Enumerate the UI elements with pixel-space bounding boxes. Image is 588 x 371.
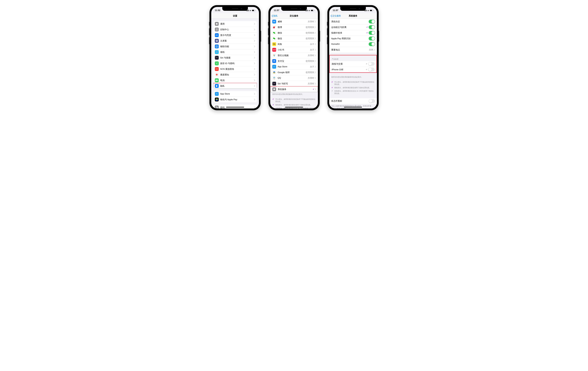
toggle-switch[interactable]	[369, 99, 375, 103]
row-label: 系统自定	[331, 20, 369, 23]
location-arrow-hollow-icon	[272, 98, 274, 100]
settings-row-siri[interactable]: Siri 与搜索	[213, 55, 257, 61]
chevron-right-icon	[315, 71, 316, 73]
legend-row: 紫色箭头，表明有项目最近使用了您的位置信息。	[331, 86, 375, 89]
home-screen-icon	[215, 39, 219, 43]
svg-point-16	[216, 46, 217, 46]
settings-row-home-screen[interactable]: 主屏幕	[213, 38, 257, 44]
svg-point-34	[217, 74, 217, 74]
svg-point-60	[274, 33, 274, 33]
app-row-googleearth[interactable]: Google 地球使用期间	[270, 70, 318, 75]
app-row-qq[interactable]: QQ共享时	[270, 75, 318, 81]
app-label: 小红书	[278, 48, 310, 51]
settings-row-battery[interactable]: 电池	[213, 77, 257, 83]
app-permission-value: 永不	[310, 48, 314, 51]
svg-point-36	[215, 74, 216, 75]
svg-point-65	[274, 38, 274, 38]
settings-row-wallet[interactable]: 钱包与 Apple Pay	[213, 97, 257, 102]
passwords-icon	[215, 106, 219, 108]
back-button[interactable]: 隐私	[272, 14, 278, 17]
sysserv-row-routing[interactable]: 路线与交通	[330, 61, 376, 67]
home-indicator[interactable]	[226, 107, 244, 107]
app-row-appstore[interactable]: App Store永不	[270, 64, 318, 70]
settings-row-exposure[interactable]: 暴露通知	[213, 72, 257, 77]
app-row-wechat2[interactable]: 微信使用期间	[270, 36, 318, 41]
chevron-right-icon	[315, 49, 316, 51]
settings-group-1: 通用控制中心AA显示与亮度主屏幕辅助功能墙纸Siri 与搜索面容 ID 与密码S…	[213, 21, 257, 89]
toggle-switch[interactable]	[369, 25, 375, 29]
sysserv-row-iphone-analytics[interactable]: iPhone 分析	[330, 67, 376, 72]
app-row-weifeng[interactable]: W威锋共享时	[270, 19, 318, 24]
app-label: 威锋	[278, 20, 308, 23]
product-improvement-highlight: 产品改进路线与交通iPhone 分析	[329, 55, 377, 73]
status-time: 11:57	[274, 9, 279, 12]
settings-row-appstore[interactable]: App Store	[213, 91, 257, 97]
svg-point-23	[216, 63, 217, 63]
svg-point-37	[218, 74, 218, 75]
chevron-right-icon	[254, 79, 255, 81]
app-row-wechat1[interactable]: 微信使用期间	[270, 30, 318, 36]
sysserv-content[interactable]: 系统自定运动校正与距离指南针校准Apple Pay 商家识别HomeKit重要地…	[329, 19, 377, 108]
chevron-right-icon	[315, 43, 316, 45]
toggle-switch[interactable]	[369, 42, 375, 46]
toggle-switch[interactable]	[369, 37, 375, 40]
location-arrow-icon	[331, 87, 333, 88]
home-indicator[interactable]	[344, 107, 362, 107]
sysserv-row-system-custom[interactable]: 系统自定	[329, 19, 377, 24]
svg-rect-51	[311, 10, 313, 11]
svg-rect-82	[366, 10, 366, 11]
toggle-switch[interactable]	[369, 20, 375, 23]
settings-row-accessibility[interactable]: 辅助功能	[213, 44, 257, 49]
settings-row-passwords[interactable]: 密码	[213, 105, 257, 108]
legend-text: 空心箭头，表明有项目在特定条件下可能会收到您的位置信息。	[334, 81, 375, 85]
settings-row-control-center[interactable]: 控制中心	[213, 27, 257, 32]
toggle-switch[interactable]	[369, 31, 375, 35]
system-services-row[interactable]: 系统服务	[270, 86, 318, 92]
settings-row-faceid[interactable]: 面容 ID 与密码	[213, 61, 257, 66]
xiaohongshu-app-icon: 小红书	[272, 48, 276, 52]
row-label: 主屏幕	[220, 39, 254, 42]
app-row-xianyu[interactable]: 闲鱼闲鱼永不	[270, 41, 318, 47]
settings-row-general[interactable]: 通用	[213, 21, 257, 27]
settings-row-display[interactable]: AA显示与亮度	[213, 32, 257, 38]
toggle-switch[interactable]	[368, 68, 375, 71]
location-content[interactable]: W威锋共享时微博使用期间微信使用期间微信使用期间闲鱼闲鱼永不小红书小红书永不萤石…	[270, 19, 318, 108]
row-label: iPhone 分析	[332, 68, 366, 71]
row-label: 辅助功能	[220, 45, 254, 48]
app-row-xiaohongshu[interactable]: 小红书小红书永不	[270, 47, 318, 53]
chevron-right-icon	[315, 21, 316, 22]
settings-row-wallpaper[interactable]: 墙纸	[213, 49, 257, 55]
svg-point-17	[216, 52, 217, 53]
svg-point-67	[275, 39, 275, 39]
chevron-right-icon	[254, 40, 255, 42]
settings-content[interactable]: 通用控制中心AA显示与亮度主屏幕辅助功能墙纸Siri 与搜索面容 ID 与密码S…	[211, 19, 259, 108]
svg-point-66	[274, 39, 274, 39]
sysserv-row-applepay[interactable]: Apple Pay 商家识别	[329, 36, 377, 41]
app-row-yingshi[interactable]: 萤石云视频共享时	[270, 53, 318, 58]
svg-rect-6	[255, 10, 255, 11]
status-indicators	[246, 10, 255, 11]
app-row-weibo[interactable]: 微博使用期间	[270, 24, 318, 30]
notch	[340, 7, 366, 11]
svg-point-61	[275, 33, 275, 33]
svg-point-19	[216, 53, 217, 53]
settings-row-privacy[interactable]: 隐私	[213, 83, 257, 89]
svg-point-64	[273, 38, 274, 38]
svg-point-70	[274, 55, 274, 56]
app-row-alipay[interactable]: 支支付宝使用期间	[270, 58, 318, 64]
phone-settings: 11:52 设置 通用控制中心AA显示与亮度主屏幕辅助功能墙纸Siri 与搜索面…	[210, 5, 261, 110]
svg-rect-39	[216, 80, 217, 81]
app-row-siridict[interactable]: Siri 与听写共享时	[270, 81, 318, 86]
sysserv-row-status-icon[interactable]: 状态栏图标	[329, 98, 377, 104]
sysserv-row-homekit[interactable]: HomeKit	[329, 41, 377, 47]
sysserv-row-sigloc[interactable]: 重要地点关闭	[329, 47, 377, 53]
section-header-product: 产品改进	[330, 55, 376, 61]
settings-row-sos[interactable]: SOSSOS 紧急联络	[213, 66, 257, 72]
sysserv-row-compass[interactable]: 指南针校准	[329, 30, 377, 36]
location-arrow-icon	[331, 90, 333, 92]
sysserv-row-motion[interactable]: 运动校正与距离	[329, 24, 377, 30]
chevron-right-icon	[315, 83, 316, 85]
home-indicator[interactable]	[285, 107, 303, 107]
back-button[interactable]: 定位服务	[330, 14, 341, 17]
toggle-switch[interactable]	[368, 62, 375, 66]
